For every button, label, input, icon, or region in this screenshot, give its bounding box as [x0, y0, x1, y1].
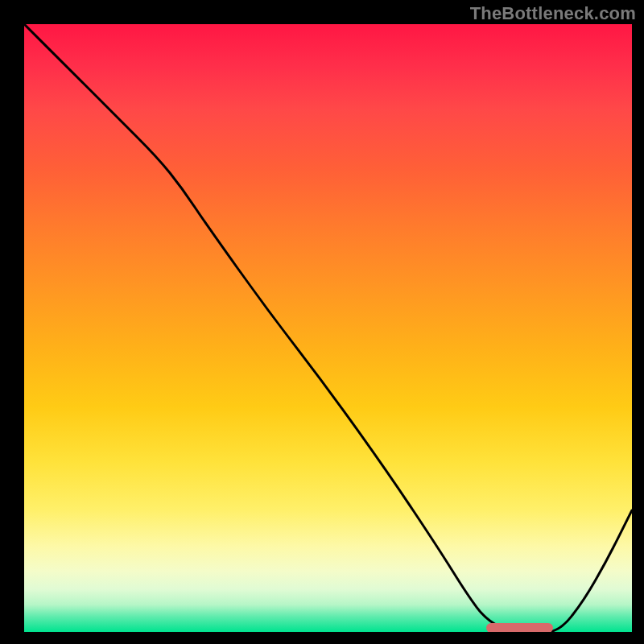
watermark-text: TheBottleneck.com — [470, 3, 636, 24]
plot-area — [24, 24, 632, 632]
chart-container: TheBottleneck.com — [0, 0, 644, 644]
optimal-range-marker — [486, 623, 553, 632]
bottleneck-curve — [24, 24, 632, 632]
